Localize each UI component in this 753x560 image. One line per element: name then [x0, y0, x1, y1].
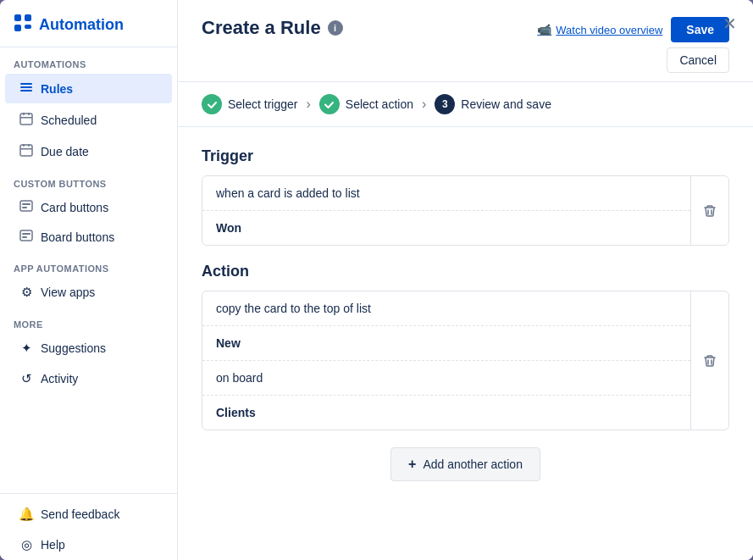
help-icon: ◎ [19, 537, 34, 552]
svg-rect-0 [14, 14, 21, 21]
sidebar-item-card-buttons-label: Card buttons [41, 201, 108, 214]
section-label-app-automations: App automations [0, 252, 177, 277]
step-1-badge [202, 94, 222, 114]
svg-rect-12 [23, 144, 25, 147]
sidebar-item-help-label: Help [41, 538, 65, 552]
logo-icon [14, 14, 32, 36]
sidebar-item-rules[interactable]: Rules [5, 74, 172, 103]
section-label-more: More [0, 308, 177, 333]
info-icon[interactable]: i [328, 20, 343, 36]
svg-rect-16 [22, 203, 30, 205]
svg-rect-6 [20, 90, 32, 91]
sidebar-item-view-apps[interactable]: ⚙ View apps [5, 278, 172, 307]
sidebar-item-send-feedback[interactable]: 🔔 Send feedback [5, 500, 172, 529]
sidebar-item-activity-label: Activity [41, 372, 78, 385]
action-delete-button[interactable] [690, 291, 728, 430]
svg-rect-3 [25, 25, 31, 29]
step-1-label: Select trigger [228, 97, 297, 111]
watch-video-label: Watch video overview [556, 24, 662, 36]
svg-rect-13 [28, 144, 30, 147]
svg-rect-1 [14, 25, 21, 31]
step-arrow-1: › [306, 97, 310, 112]
sidebar-item-due-date[interactable]: Due date [5, 136, 172, 166]
sidebar-item-view-apps-label: View apps [41, 286, 95, 299]
action-row-4: Clients [202, 396, 690, 430]
board-buttons-icon [19, 230, 34, 244]
sidebar-item-send-feedback-label: Send feedback [41, 507, 119, 521]
svg-rect-17 [22, 207, 27, 208]
close-button[interactable]: ✕ [717, 12, 741, 36]
page-title-text: Create a Rule [202, 17, 321, 39]
section-label-custom-buttons: Custom buttons [0, 167, 177, 192]
action-card: copy the card to the top of list New on … [202, 291, 729, 430]
svg-rect-14 [20, 148, 32, 150]
svg-rect-18 [20, 230, 32, 241]
svg-rect-2 [25, 14, 31, 21]
add-another-action-button[interactable]: + Add another action [390, 447, 540, 481]
svg-rect-8 [23, 113, 25, 115]
cancel-button[interactable]: Cancel [667, 47, 729, 73]
sidebar-item-due-date-label: Due date [41, 145, 89, 158]
view-apps-icon: ⚙ [19, 285, 34, 300]
main-panel: Create a Rule i 📹 Watch video overview S… [178, 0, 753, 560]
trigger-delete-button[interactable] [690, 176, 728, 245]
sidebar-item-card-buttons[interactable]: Card buttons [5, 193, 172, 221]
sidebar-header: Automation [0, 0, 177, 47]
action-row-3: on board [202, 361, 690, 396]
step-select-trigger[interactable]: Select trigger [202, 94, 297, 114]
trigger-section-title: Trigger [202, 147, 729, 165]
svg-rect-5 [20, 86, 32, 88]
step-select-action[interactable]: Select action [319, 94, 413, 114]
add-action-label: Add another action [423, 457, 523, 471]
sidebar-item-activity[interactable]: ↺ Activity [5, 364, 172, 393]
step-2-badge [319, 94, 340, 114]
svg-rect-10 [20, 117, 32, 119]
svg-rect-19 [22, 233, 30, 235]
video-icon: 📹 [537, 23, 551, 36]
step-2-label: Select action [346, 97, 413, 111]
section-label-automations: Automations [0, 47, 177, 73]
svg-rect-7 [20, 114, 32, 125]
trigger-card: when a card is added to list Won [202, 175, 729, 246]
card-buttons-icon [19, 200, 34, 214]
steps-bar: Select trigger › Select action › 3 Re [178, 82, 753, 127]
sidebar-item-scheduled-label: Scheduled [41, 114, 97, 127]
trigger-row-2: Won [202, 211, 690, 245]
step-review-save[interactable]: 3 Review and save [435, 94, 551, 114]
add-action-icon: + [408, 457, 416, 472]
action-row-2: New [202, 326, 690, 361]
send-feedback-icon: 🔔 [19, 507, 34, 522]
svg-rect-15 [20, 201, 32, 211]
svg-rect-11 [20, 145, 32, 156]
step-3-badge: 3 [435, 94, 455, 114]
step-3-label: Review and save [461, 97, 551, 111]
trigger-row-1: when a card is added to list [202, 176, 690, 211]
svg-rect-20 [22, 236, 27, 238]
sidebar-item-suggestions[interactable]: ✦ Suggestions [5, 334, 172, 363]
header-top-row: 📹 Watch video overview Save [537, 17, 729, 42]
sidebar-item-board-buttons[interactable]: Board buttons [5, 223, 172, 251]
watch-video-link[interactable]: 📹 Watch video overview [537, 23, 662, 36]
sidebar: Automation Automations Rules [0, 0, 178, 560]
svg-rect-9 [28, 113, 30, 115]
action-row-1: copy the card to the top of list [202, 291, 690, 326]
action-card-content: copy the card to the top of list New on … [202, 291, 690, 430]
sidebar-item-rules-label: Rules [41, 82, 73, 96]
scheduled-icon [19, 112, 34, 128]
rules-icon [19, 80, 34, 97]
step-arrow-2: › [422, 97, 426, 112]
sidebar-item-help[interactable]: ◎ Help [5, 530, 172, 559]
action-section-title: Action [202, 263, 729, 280]
svg-rect-4 [20, 83, 32, 85]
main-header: Create a Rule i 📹 Watch video overview S… [178, 0, 753, 82]
activity-icon: ↺ [19, 371, 34, 386]
due-date-icon [19, 143, 34, 159]
header-actions: 📹 Watch video overview Save Cancel [537, 17, 729, 73]
sidebar-item-board-buttons-label: Board buttons [41, 230, 114, 244]
page-title: Create a Rule i [202, 17, 343, 39]
trigger-card-content: when a card is added to list Won [202, 176, 690, 245]
main-content: Trigger when a card is added to list Won… [178, 127, 753, 560]
sidebar-item-suggestions-label: Suggestions [41, 341, 106, 355]
sidebar-item-scheduled[interactable]: Scheduled [5, 105, 172, 135]
suggestions-icon: ✦ [19, 341, 34, 356]
